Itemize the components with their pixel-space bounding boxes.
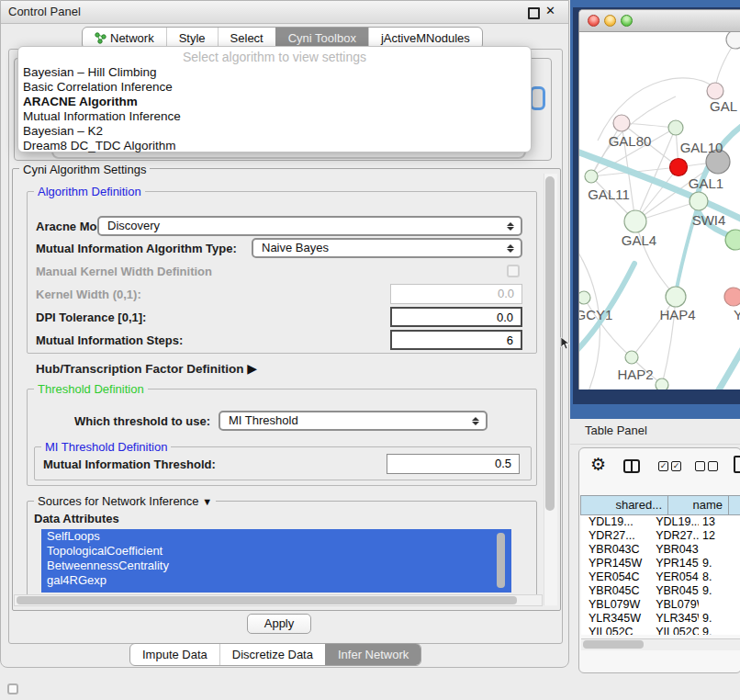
network-node[interactable] bbox=[585, 170, 598, 183]
network-canvas[interactable]: GALGAL80GAL10GAL1GAL11SWI4GAL4GCY1HAP4YH… bbox=[579, 32, 740, 390]
dpi-tolerance-input[interactable]: 0.0 bbox=[390, 307, 522, 327]
zoom-traffic-light-icon[interactable] bbox=[621, 15, 633, 27]
split-columns-icon[interactable] bbox=[623, 459, 640, 473]
new-table-icon[interactable] bbox=[734, 456, 740, 473]
tab-impute-data[interactable]: Impute Data bbox=[130, 644, 219, 665]
network-node[interactable] bbox=[670, 159, 688, 176]
table-panel: ⚙ ✓ ✓ shared...nameA YDL19...YDL19...13Y… bbox=[578, 447, 740, 673]
threshold-definition-title: Threshold Definition bbox=[34, 382, 148, 396]
apply-button[interactable]: Apply bbox=[247, 614, 311, 634]
spinner-arrows-icon bbox=[507, 243, 514, 254]
table-row[interactable]: YER054CYER054C8. bbox=[581, 570, 740, 584]
network-node[interactable] bbox=[724, 288, 740, 306]
table-cell: YBR043C bbox=[650, 543, 699, 557]
attribute-list-item[interactable]: gal4RGexp bbox=[41, 573, 511, 588]
mi-type-value: Naive Bayes bbox=[262, 241, 329, 254]
attribute-list-scrollbar-thumb[interactable] bbox=[497, 533, 505, 588]
table-row[interactable]: YBR043CYBR043C bbox=[581, 543, 740, 557]
network-node[interactable] bbox=[707, 83, 723, 99]
attribute-list-item[interactable]: TopologicalCoefficient bbox=[41, 544, 511, 559]
attribute-list-item[interactable]: SelfLoops bbox=[41, 529, 511, 544]
spinner-arrows-icon bbox=[472, 416, 479, 426]
select-all-checks-icon[interactable]: ✓ ✓ bbox=[658, 461, 681, 471]
table-row[interactable]: YBR045CYBR045C9. bbox=[581, 584, 740, 598]
table-cell: YBR045C bbox=[650, 584, 699, 598]
kernel-width-input: 0.0 bbox=[390, 284, 522, 304]
which-threshold-combobox[interactable]: MI Threshold bbox=[219, 411, 488, 431]
expander-down-icon: ▼ bbox=[202, 496, 212, 507]
table-cell: YDL19... bbox=[650, 515, 699, 529]
gear-icon[interactable]: ⚙ bbox=[590, 454, 606, 474]
network-node[interactable] bbox=[624, 210, 646, 232]
float-window-icon[interactable] bbox=[528, 7, 540, 19]
network-node[interactable] bbox=[690, 192, 708, 210]
sources-expander[interactable]: Sources for Network Inference ▼ bbox=[34, 494, 216, 508]
aracne-mode-value: Discovery bbox=[107, 219, 160, 232]
algorithm-option[interactable]: Bayesian – Hill Climbing bbox=[18, 65, 531, 80]
mi-algorithm-type-combobox[interactable]: Naive Bayes bbox=[252, 238, 522, 258]
column-header[interactable]: name bbox=[667, 495, 729, 515]
table-cell: YDL19... bbox=[581, 515, 650, 529]
algorithm-dropdown-popup: Select algorithm to view settings Bayesi… bbox=[17, 46, 532, 152]
network-node[interactable] bbox=[625, 351, 638, 364]
settings-hscrollbar-thumb[interactable] bbox=[17, 596, 517, 604]
network-node[interactable] bbox=[726, 32, 740, 49]
network-node[interactable] bbox=[656, 378, 668, 390]
table-row[interactable]: YLR345WYLR345W9. bbox=[581, 612, 740, 626]
algorithm-option[interactable]: Basic Correlation Inference bbox=[18, 80, 531, 95]
algorithm-option[interactable]: Bayesian – K2 bbox=[18, 124, 531, 139]
settings-vscrollbar-thumb[interactable] bbox=[545, 176, 555, 511]
manual-kernel-label: Manual Kernel Width Definition bbox=[36, 265, 212, 278]
data-attributes-list[interactable]: SelfLoopsTopologicalCoefficientBetweenne… bbox=[41, 529, 511, 593]
data-attributes-label: Data Attributes bbox=[34, 512, 119, 525]
collapsed-panel-icon[interactable] bbox=[7, 683, 18, 694]
node-label: GAL1 bbox=[689, 175, 723, 191]
network-node[interactable] bbox=[668, 120, 683, 135]
attribute-list-item[interactable]: BetweennessCentrality bbox=[41, 559, 511, 573]
network-node[interactable] bbox=[579, 291, 590, 304]
network-node[interactable] bbox=[613, 115, 630, 131]
checked-box-icon: ✓ bbox=[658, 461, 668, 471]
aracne-mode-combobox[interactable]: Discovery bbox=[97, 216, 522, 236]
manual-kernel-checkbox bbox=[507, 265, 520, 277]
network-window-titlebar[interactable] bbox=[579, 10, 740, 32]
kernel-width-label: Kernel Width (0,1): bbox=[36, 288, 141, 301]
clear-all-checks-icon[interactable] bbox=[695, 461, 718, 471]
algorithm-combobox-focus-fragment[interactable] bbox=[530, 86, 545, 110]
table-cell: YER054C bbox=[650, 570, 699, 584]
cyni-bottom-tabs: Impute Data Discretize Data Infer Networ… bbox=[129, 643, 421, 666]
algorithm-option[interactable]: Dream8 DC_TDC Algorithm bbox=[18, 139, 531, 153]
table-row[interactable]: YBL079WYBL079W bbox=[581, 598, 740, 612]
control-panel-titlebar[interactable]: Control Panel ✕ bbox=[1, 1, 568, 24]
network-node[interactable] bbox=[725, 230, 740, 250]
algorithm-option[interactable]: Mutual Information Inference bbox=[18, 109, 531, 124]
network-node[interactable] bbox=[666, 287, 686, 307]
algorithm-definition-title: Algorithm Definition bbox=[34, 185, 145, 198]
table-row[interactable]: YDR27...YDR27...12 bbox=[581, 529, 740, 543]
table-cell: YER054C bbox=[581, 570, 650, 584]
control-panel-window: Control Panel ✕ Network Style Select Cyn… bbox=[0, 0, 569, 668]
column-header[interactable]: shared... bbox=[580, 495, 668, 515]
minimize-traffic-light-icon[interactable] bbox=[604, 15, 616, 27]
tab-discretize-data[interactable]: Discretize Data bbox=[219, 644, 325, 665]
tab-infer-network[interactable]: Infer Network bbox=[325, 644, 420, 665]
mi-threshold-definition-title: MI Threshold Definition bbox=[41, 440, 171, 454]
mi-threshold-input[interactable]: 0.5 bbox=[387, 454, 520, 474]
table-cell: YBL079W bbox=[650, 598, 699, 612]
table-cell: YIL052C bbox=[650, 626, 699, 635]
table-row[interactable]: YPR145WYPR145W9. bbox=[581, 557, 740, 570]
node-label: GAL11 bbox=[588, 186, 630, 202]
mi-steps-input[interactable]: 6 bbox=[390, 330, 522, 350]
spinner-arrows-icon bbox=[507, 221, 514, 231]
hub-definition-expander[interactable]: Hub/Transcription Factor Definition ▶ bbox=[36, 361, 257, 376]
mi-steps-label: Mutual Information Steps: bbox=[36, 333, 183, 347]
table-panel-title: Table Panel bbox=[578, 419, 740, 443]
algorithm-option[interactable]: ARACNE Algorithm bbox=[18, 95, 531, 109]
table-row[interactable]: YIL052CYIL052C9. bbox=[581, 626, 740, 635]
close-traffic-light-icon[interactable] bbox=[588, 15, 600, 27]
close-icon[interactable]: ✕ bbox=[545, 4, 555, 17]
table-hscrollbar-thumb[interactable] bbox=[583, 640, 644, 649]
table-row[interactable]: YDL19...YDL19...13 bbox=[581, 515, 740, 529]
column-header[interactable]: A bbox=[728, 495, 740, 515]
table-cell: 8. bbox=[699, 570, 740, 584]
